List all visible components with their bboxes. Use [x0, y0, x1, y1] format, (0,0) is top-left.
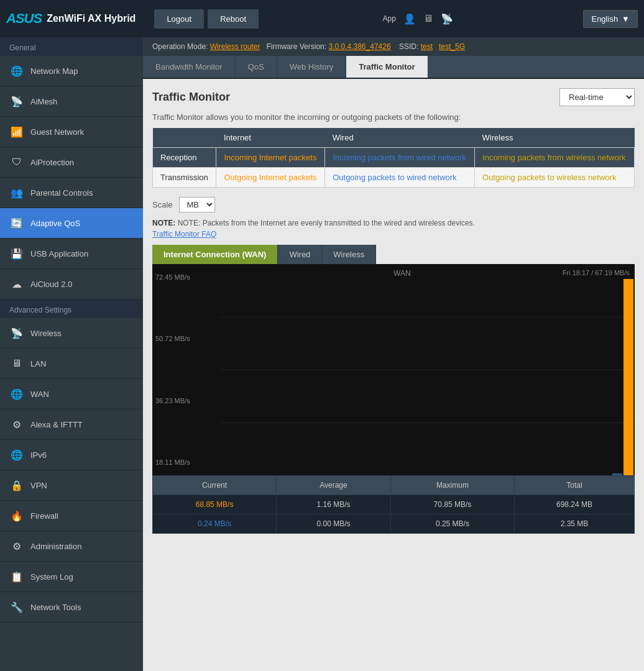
sidebar-icon-wan: 🌐 [9, 386, 24, 401]
row-label-transmission: Transmission [153, 168, 216, 188]
operation-mode-value[interactable]: Wireless router [210, 42, 260, 51]
sidebar-label-adaptive-qos: Adaptive QoS [30, 219, 80, 228]
sidebar-item-alexa-ifttt[interactable]: ⚙ Alexa & IFTTT [0, 409, 143, 440]
scale-select[interactable]: MB KB [179, 197, 215, 212]
language-select[interactable]: English ▼ [583, 10, 638, 28]
stats-row-upload: 0.24 MB/s 0.00 MB/s 0.25 MB/s 2.35 MB [153, 514, 635, 534]
stats-col-current: Current [153, 476, 277, 495]
scale-row: Scale MB KB [152, 197, 635, 212]
sidebar-label-network-tools: Network Tools [30, 603, 81, 612]
operation-mode-label: Operation Mode: [152, 42, 208, 51]
tab-traffic-monitor[interactable]: Traffic Monitor [346, 56, 428, 78]
brand-name: ZenWiFi AX Hybrid [47, 13, 136, 24]
grid-line-2 [221, 370, 635, 370]
sidebar-icon-aicloud: ☁ [9, 276, 24, 291]
sidebar-item-aiprotection[interactable]: 🛡 AiProtection [0, 147, 143, 178]
sidebar-item-lan[interactable]: 🖥 LAN [0, 349, 143, 379]
wifi-icon[interactable]: 📡 [441, 13, 453, 25]
asus-logo: ASUS [6, 11, 42, 27]
table-row-reception: Reception Incoming Internet packets Inco… [153, 148, 635, 168]
sidebar-item-administration[interactable]: ⚙ Administration [0, 531, 143, 562]
ssid-test-5g[interactable]: test_5G [439, 42, 465, 51]
ssid-test[interactable]: test [421, 42, 433, 51]
reception-wireless[interactable]: Incoming packets from wireless network [475, 148, 635, 168]
reboot-button[interactable]: Reboot [208, 9, 259, 29]
col-header-wired: Wired [325, 128, 475, 148]
sidebar-label-aiprotection: AiProtection [30, 158, 74, 167]
monitor-tab-wireless[interactable]: Wireless [322, 245, 376, 264]
faq-link[interactable]: Traffic Monitor FAQ [152, 230, 635, 239]
download-average: 1.16 MB/s [277, 495, 391, 514]
sidebar-item-wireless[interactable]: 📡 Wireless [0, 318, 143, 349]
transmission-internet[interactable]: Outgoing Internet packets [216, 168, 325, 188]
sidebar-icon-adaptive-qos: 🔄 [9, 216, 24, 231]
firmware-label: Firmware Version: [266, 42, 326, 51]
content-header: Traffic Monitor Real-time Last 24 hours … [152, 88, 635, 106]
sidebar-label-aimesh: AiMesh [30, 97, 57, 106]
reception-internet[interactable]: Incoming Internet packets [216, 148, 325, 168]
logout-button[interactable]: Logout [154, 9, 204, 29]
language-label: English [591, 14, 618, 24]
sidebar-icon-aimesh: 📡 [9, 94, 24, 109]
stats-table: Current Average Maximum Total 68.85 MB/s… [152, 475, 635, 534]
sidebar-item-usb-application[interactable]: 💾 USB Application [0, 239, 143, 269]
sidebar-icon-parental-controls: 👥 [9, 185, 24, 200]
sidebar-icon-administration: ⚙ [9, 539, 24, 554]
monitor-info-table: Internet Wired Wireless Reception Incomi… [152, 128, 635, 188]
sidebar-item-vpn[interactable]: 🔒 VPN [0, 470, 143, 501]
sidebar-item-firewall[interactable]: 🔥 Firewall [0, 501, 143, 531]
sidebar-label-administration: Administration [30, 542, 81, 551]
sidebar-label-wireless: Wireless [30, 329, 62, 338]
app-label: App [383, 14, 396, 23]
transmission-wireless[interactable]: Outgoing packets to wireless network [475, 168, 635, 188]
tab-bandwidth-monitor[interactable]: Bandwidth Monitor [143, 56, 236, 78]
sidebar-item-system-log[interactable]: 📋 System Log [0, 562, 143, 592]
note-text: NOTE: NOTE: Packets from the Internet ar… [152, 219, 635, 227]
logo-area: ASUS ZenWiFi AX Hybrid [6, 11, 136, 27]
reception-wired[interactable]: Incoming packets from wired network [325, 148, 475, 168]
chevron-down-icon: ▼ [622, 14, 630, 24]
main-layout: General 🌐 Network Map 📡 AiMesh 📶 Guest N… [0, 37, 644, 671]
sidebar-item-adaptive-qos[interactable]: 🔄 Adaptive QoS [0, 208, 143, 239]
download-maximum: 70.85 MB/s [390, 495, 514, 514]
sidebar-item-parental-controls[interactable]: 👥 Parental Controls [0, 178, 143, 208]
sidebar-label-system-log: System Log [30, 572, 73, 582]
sidebar-item-aimesh[interactable]: 📡 AiMesh [0, 86, 143, 117]
sidebar-icon-firewall: 🔥 [9, 508, 24, 523]
header-buttons: Logout Reboot [154, 9, 259, 29]
y-label-1: 72.45 MB/s [155, 273, 190, 281]
sidebar-label-ipv6: IPv6 [30, 450, 47, 460]
monitor-tabs: Internet Connection (WAN) Wired Wireless [152, 245, 635, 264]
stats-row-download: 68.85 MB/s 1.16 MB/s 70.85 MB/s 698.24 M… [153, 495, 635, 514]
sidebar-icon-network-tools: 🔧 [9, 600, 24, 614]
monitor-tab-wan[interactable]: Internet Connection (WAN) [152, 245, 278, 264]
monitor-tab-wired[interactable]: Wired [278, 245, 322, 264]
content-area: Traffic Monitor Real-time Last 24 hours … [143, 79, 644, 543]
monitor-icon[interactable]: 🖥 [423, 13, 433, 24]
firmware-value[interactable]: 3.0.0.4.386_47426 [328, 42, 390, 51]
tab-web-history[interactable]: Web History [277, 56, 347, 78]
page-title: Traffic Monitor [152, 91, 230, 104]
tab-qos[interactable]: QoS [236, 56, 277, 78]
transmission-wired[interactable]: Outgoing packets to wired network [325, 168, 475, 188]
y-axis-labels: 72.45 MB/s 50.72 MB/s 36.23 MB/s 18.11 M… [155, 273, 190, 466]
row-label-reception: Reception [153, 148, 216, 168]
sidebar-label-usb-application: USB Application [30, 249, 88, 258]
grid-line-1 [221, 317, 635, 317]
sidebar-item-network-tools[interactable]: 🔧 Network Tools [0, 592, 143, 623]
traffic-chart: 72.45 MB/s 50.72 MB/s 36.23 MB/s 18.11 M… [152, 264, 635, 475]
sidebar-item-ipv6[interactable]: 🌐 IPv6 [0, 440, 143, 470]
main-tabs: Bandwidth Monitor QoS Web History Traffi… [143, 56, 644, 79]
sidebar-item-aicloud[interactable]: ☁ AiCloud 2.0 [0, 269, 143, 299]
user-icon[interactable]: 👤 [403, 13, 416, 25]
sidebar-item-network-map[interactable]: 🌐 Network Map [0, 56, 143, 86]
time-range-select[interactable]: Real-time Last 24 hours Last 7 days Last… [559, 88, 635, 106]
sidebar-item-wan[interactable]: 🌐 WAN [0, 379, 143, 409]
stats-col-average: Average [277, 476, 391, 495]
sidebar-label-wan: WAN [30, 390, 49, 399]
sidebar-item-guest-network[interactable]: 📶 Guest Network [0, 117, 143, 147]
sidebar-label-network-map: Network Map [30, 66, 78, 76]
y-label-4: 18.11 MB/s [155, 459, 190, 466]
sidebar-icon-alexa-ifttt: ⚙ [9, 417, 24, 432]
sidebar-icon-aiprotection: 🛡 [9, 155, 24, 170]
